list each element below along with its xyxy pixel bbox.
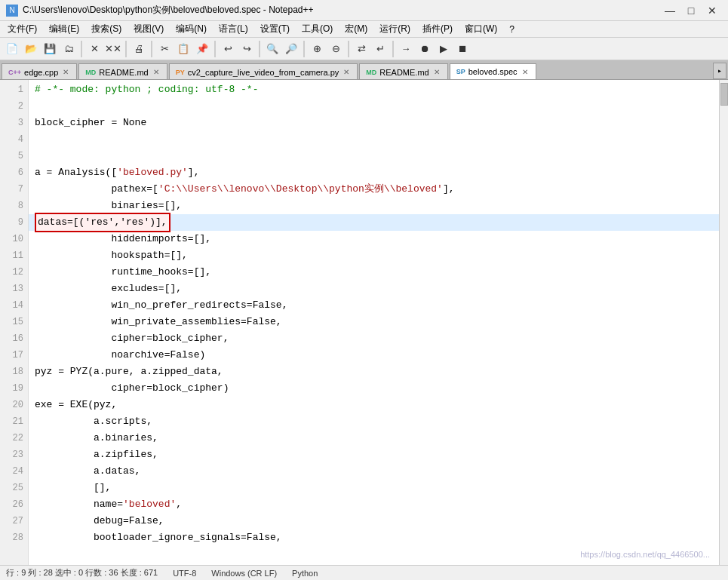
menu-encoding[interactable]: 编码(N) (171, 21, 211, 37)
maximize-button[interactable]: □ (681, 2, 701, 19)
menu-view[interactable]: 视图(V) (129, 21, 168, 37)
scroll-thumb[interactable] (720, 83, 728, 106)
menu-language[interactable]: 语言(L) (214, 21, 253, 37)
tab-close-readme2[interactable]: ✕ (432, 68, 441, 77)
code-line[interactable]: a.binaries, (29, 430, 719, 447)
tab-label-cv2: cv2_capture_live_video_from_camera.py (188, 68, 339, 77)
zoom-in-button[interactable]: ⊕ (308, 40, 326, 58)
code-line[interactable]: pyz = PYZ(a.pure, a.zipped_data, (29, 364, 719, 380)
tab-close-beloved[interactable]: ✕ (521, 67, 530, 76)
tab-readme-2[interactable]: MD README.md ✕ (359, 63, 447, 80)
macro-stop-button[interactable]: ⏹ (453, 40, 472, 58)
cut-button[interactable]: ✂ (155, 40, 174, 58)
open-button[interactable]: 📂 (22, 40, 40, 58)
code-line[interactable]: runtime_hooks=[], (29, 264, 719, 281)
code-line[interactable]: name='beloved', (29, 496, 719, 513)
save-button[interactable]: 💾 (41, 40, 59, 58)
copy-button[interactable]: 📋 (174, 40, 192, 58)
code-line[interactable]: datas=[('res','res')], (29, 214, 719, 231)
macro-record-button[interactable]: ⏺ (416, 40, 434, 58)
code-line[interactable] (29, 131, 719, 148)
line-number: 16 (0, 330, 28, 347)
code-line[interactable]: hookspath=[], (29, 247, 719, 264)
menu-run[interactable]: 运行(R) (375, 21, 415, 37)
word-wrap-button[interactable]: ↵ (371, 40, 389, 58)
line-number: 9 (0, 214, 28, 231)
code-line[interactable]: a.scripts, (29, 413, 719, 430)
code-line[interactable]: cipher=block_cipher) (29, 380, 719, 397)
tab-beloved-spec[interactable]: SP beloved.spec ✕ (450, 63, 536, 80)
menu-window[interactable]: 窗口(W) (460, 21, 502, 37)
menu-tools[interactable]: 工具(O) (297, 21, 337, 37)
line-number: 26 (0, 496, 28, 513)
line-number: 10 (0, 231, 28, 247)
line-numbers: 1234567891011121314151617181920212223242… (0, 80, 29, 565)
code-line[interactable]: debug=False, (29, 513, 719, 529)
tab-close-readme1[interactable]: ✕ (152, 68, 161, 77)
menu-search[interactable]: 搜索(S) (87, 21, 126, 37)
menu-plugins[interactable]: 插件(P) (418, 21, 457, 37)
code-line[interactable]: [], (29, 480, 719, 496)
code-line[interactable]: binaries=[], (29, 198, 719, 214)
tab-close-edge[interactable]: ✕ (61, 68, 70, 77)
window-controls: — □ ✕ (660, 2, 722, 19)
close-button[interactable]: ✕ (702, 2, 722, 19)
paste-button[interactable]: 📌 (193, 40, 211, 58)
line-number: 22 (0, 430, 28, 447)
macro-play-button[interactable]: ▶ (435, 40, 453, 58)
title-text: C:\Users\lenovo\Desktop\python实例\beloved… (23, 4, 660, 17)
tab-scroll-right[interactable]: ▸ (713, 63, 726, 79)
toolbar-separator-1 (81, 41, 82, 57)
code-line[interactable]: bootloader_ignore_signals=False, (29, 529, 719, 546)
new-button[interactable]: 📄 (3, 40, 21, 58)
print-button[interactable]: 🖨 (130, 40, 148, 58)
code-line[interactable]: win_private_assemblies=False, (29, 314, 719, 330)
code-line[interactable]: win_no_prefer_redirects=False, (29, 297, 719, 314)
toolbar-separator-7 (348, 41, 349, 57)
code-line[interactable]: a.datas, (29, 463, 719, 480)
close-button-tb[interactable]: ✕ (85, 40, 103, 58)
line-number: 4 (0, 131, 28, 148)
find-replace-button[interactable]: 🔎 (282, 40, 300, 58)
toolbar-separator-8 (392, 41, 394, 57)
redo-button[interactable]: ↪ (238, 40, 256, 58)
code-line[interactable]: a = Analysis(['beloved.py'], (29, 164, 719, 181)
indent-button[interactable]: → (397, 40, 415, 58)
undo-button[interactable]: ↩ (219, 40, 237, 58)
tab-close-cv2[interactable]: ✕ (342, 68, 351, 77)
code-line[interactable]: cipher=block_cipher, (29, 330, 719, 347)
code-line[interactable]: excludes=[], (29, 281, 719, 297)
code-line[interactable]: exe = EXE(pyz, (29, 397, 719, 413)
status-line-ending: Windows (CR LF) (211, 569, 277, 578)
tab-label-readme2: README.md (379, 68, 429, 77)
code-line[interactable]: hiddenimports=[], (29, 231, 719, 247)
code-line[interactable]: noarchive=False) (29, 347, 719, 364)
menu-edit[interactable]: 编辑(E) (45, 21, 84, 37)
status-line-info: 行 : 9 列 : 28 选中 : 0 行数 : 36 长度 : 671 (6, 567, 158, 578)
scroll-indicator[interactable] (719, 80, 728, 565)
line-number: 11 (0, 247, 28, 264)
tab-edge-cpp[interactable]: C++ edge.cpp ✕ (2, 63, 77, 80)
menu-macro[interactable]: 宏(M) (340, 21, 372, 37)
menu-file[interactable]: 文件(F) (3, 21, 41, 37)
menu-settings[interactable]: 设置(T) (256, 21, 294, 37)
menu-help[interactable]: ? (505, 23, 519, 36)
tab-readme-1[interactable]: MD README.md ✕ (78, 63, 167, 80)
close-all-button[interactable]: ✕✕ (104, 40, 122, 58)
sync-scroll-button[interactable]: ⇄ (352, 40, 370, 58)
code-line[interactable]: a.zipfiles, (29, 447, 719, 463)
zoom-out-button[interactable]: ⊖ (327, 40, 345, 58)
line-number: 28 (0, 529, 28, 546)
code-line[interactable] (29, 98, 719, 115)
code-area[interactable]: # -*- mode: python ; coding: utf-8 -*-bl… (29, 80, 719, 565)
save-all-button[interactable]: 🗂 (60, 40, 78, 58)
find-button[interactable]: 🔍 (263, 40, 281, 58)
minimize-button[interactable]: — (660, 2, 680, 19)
code-line[interactable]: block_cipher = None (29, 115, 719, 131)
code-line[interactable] (29, 148, 719, 164)
tab-cv2-py[interactable]: PY cv2_capture_live_video_from_camera.py… (169, 63, 358, 80)
code-line[interactable]: # -*- mode: python ; coding: utf-8 -*- (29, 81, 719, 98)
code-line[interactable]: pathex=['C:\\Users\\lenovo\\Desktop\\pyt… (29, 181, 719, 198)
line-number: 21 (0, 413, 28, 430)
line-number: 14 (0, 297, 28, 314)
